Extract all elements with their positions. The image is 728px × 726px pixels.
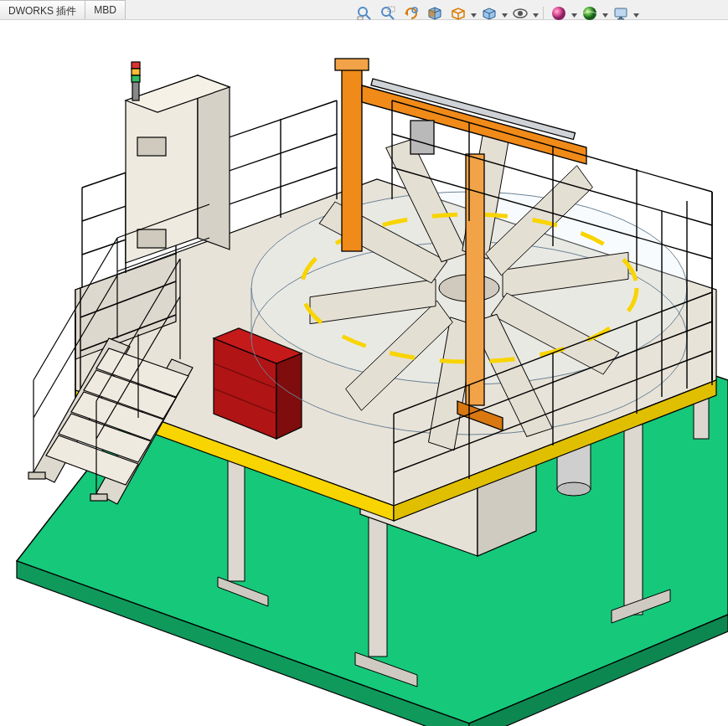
electrical-cabinet	[126, 62, 230, 263]
svg-marker-43	[276, 353, 302, 439]
svg-rect-8	[429, 10, 435, 17]
svg-marker-13	[533, 13, 539, 18]
graphics-viewport[interactable]	[0, 20, 728, 726]
svg-line-4	[390, 15, 394, 19]
svg-rect-18	[615, 8, 627, 17]
tab-mbd[interactable]: MBD	[85, 0, 126, 19]
svg-point-0	[359, 8, 367, 16]
svg-point-12	[518, 11, 523, 16]
svg-marker-69	[198, 75, 230, 250]
svg-rect-72	[137, 229, 166, 248]
svg-rect-62	[335, 59, 369, 70]
svg-marker-10	[502, 13, 508, 18]
svg-marker-15	[571, 13, 577, 18]
svg-rect-74	[132, 62, 140, 69]
svg-point-37	[557, 482, 591, 496]
svg-rect-71	[137, 137, 166, 156]
svg-rect-19	[619, 17, 622, 18]
svg-point-14	[552, 7, 565, 20]
svg-point-16	[583, 7, 596, 20]
svg-rect-84	[28, 472, 45, 479]
svg-marker-17	[602, 13, 608, 18]
model-render	[0, 20, 728, 726]
svg-rect-61	[342, 67, 362, 251]
tab-label: MBD	[94, 4, 116, 16]
svg-marker-21	[633, 13, 639, 18]
svg-rect-85	[90, 494, 107, 501]
svg-line-1	[366, 15, 370, 19]
svg-rect-75	[132, 69, 140, 75]
svg-rect-76	[132, 75, 140, 82]
svg-marker-9	[471, 13, 477, 18]
svg-rect-67	[410, 121, 434, 154]
tab-solidworks-addins[interactable]: DWORKS 插件	[0, 0, 85, 19]
tab-label: DWORKS 插件	[8, 5, 76, 17]
